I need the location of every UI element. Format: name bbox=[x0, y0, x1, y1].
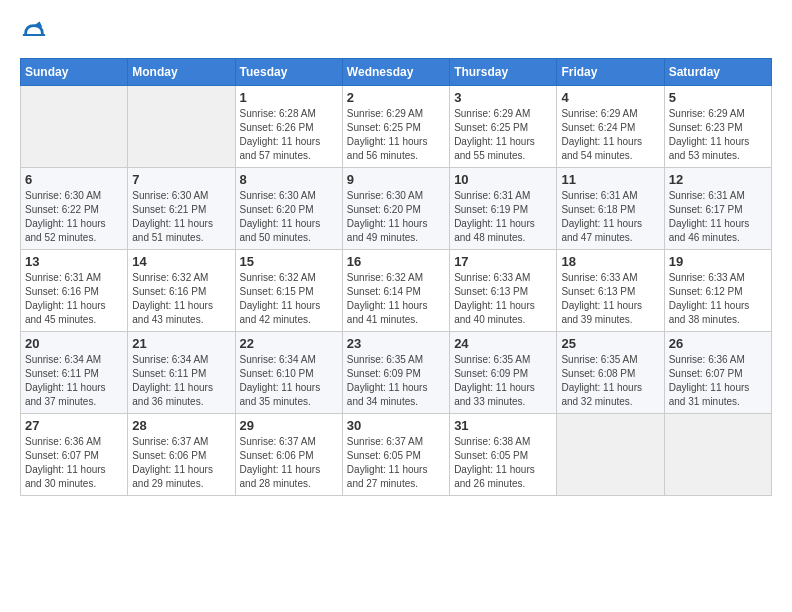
day-number: 15 bbox=[240, 254, 338, 269]
day-info: Sunrise: 6:31 AM Sunset: 6:19 PM Dayligh… bbox=[454, 189, 552, 245]
calendar-cell: 5Sunrise: 6:29 AM Sunset: 6:23 PM Daylig… bbox=[664, 86, 771, 168]
calendar-cell: 30Sunrise: 6:37 AM Sunset: 6:05 PM Dayli… bbox=[342, 414, 449, 496]
calendar-week-row: 27Sunrise: 6:36 AM Sunset: 6:07 PM Dayli… bbox=[21, 414, 772, 496]
calendar-cell: 7Sunrise: 6:30 AM Sunset: 6:21 PM Daylig… bbox=[128, 168, 235, 250]
day-info: Sunrise: 6:35 AM Sunset: 6:09 PM Dayligh… bbox=[347, 353, 445, 409]
day-number: 18 bbox=[561, 254, 659, 269]
calendar-cell bbox=[128, 86, 235, 168]
svg-rect-0 bbox=[23, 34, 45, 36]
day-info: Sunrise: 6:33 AM Sunset: 6:12 PM Dayligh… bbox=[669, 271, 767, 327]
day-info: Sunrise: 6:29 AM Sunset: 6:25 PM Dayligh… bbox=[347, 107, 445, 163]
day-number: 14 bbox=[132, 254, 230, 269]
calendar-cell: 2Sunrise: 6:29 AM Sunset: 6:25 PM Daylig… bbox=[342, 86, 449, 168]
calendar-cell: 3Sunrise: 6:29 AM Sunset: 6:25 PM Daylig… bbox=[450, 86, 557, 168]
day-number: 26 bbox=[669, 336, 767, 351]
day-info: Sunrise: 6:32 AM Sunset: 6:14 PM Dayligh… bbox=[347, 271, 445, 327]
day-number: 28 bbox=[132, 418, 230, 433]
calendar-cell: 14Sunrise: 6:32 AM Sunset: 6:16 PM Dayli… bbox=[128, 250, 235, 332]
day-number: 5 bbox=[669, 90, 767, 105]
day-info: Sunrise: 6:29 AM Sunset: 6:25 PM Dayligh… bbox=[454, 107, 552, 163]
day-number: 24 bbox=[454, 336, 552, 351]
day-info: Sunrise: 6:29 AM Sunset: 6:24 PM Dayligh… bbox=[561, 107, 659, 163]
logo bbox=[20, 20, 52, 48]
day-number: 11 bbox=[561, 172, 659, 187]
calendar-cell: 22Sunrise: 6:34 AM Sunset: 6:10 PM Dayli… bbox=[235, 332, 342, 414]
calendar-cell: 27Sunrise: 6:36 AM Sunset: 6:07 PM Dayli… bbox=[21, 414, 128, 496]
day-number: 20 bbox=[25, 336, 123, 351]
day-info: Sunrise: 6:31 AM Sunset: 6:18 PM Dayligh… bbox=[561, 189, 659, 245]
day-number: 10 bbox=[454, 172, 552, 187]
day-info: Sunrise: 6:30 AM Sunset: 6:20 PM Dayligh… bbox=[240, 189, 338, 245]
day-number: 22 bbox=[240, 336, 338, 351]
day-number: 8 bbox=[240, 172, 338, 187]
day-number: 19 bbox=[669, 254, 767, 269]
calendar-header-row: SundayMondayTuesdayWednesdayThursdayFrid… bbox=[21, 59, 772, 86]
day-number: 3 bbox=[454, 90, 552, 105]
calendar-cell: 29Sunrise: 6:37 AM Sunset: 6:06 PM Dayli… bbox=[235, 414, 342, 496]
calendar-cell: 20Sunrise: 6:34 AM Sunset: 6:11 PM Dayli… bbox=[21, 332, 128, 414]
calendar-cell: 31Sunrise: 6:38 AM Sunset: 6:05 PM Dayli… bbox=[450, 414, 557, 496]
calendar-cell: 11Sunrise: 6:31 AM Sunset: 6:18 PM Dayli… bbox=[557, 168, 664, 250]
day-info: Sunrise: 6:36 AM Sunset: 6:07 PM Dayligh… bbox=[669, 353, 767, 409]
calendar-cell: 28Sunrise: 6:37 AM Sunset: 6:06 PM Dayli… bbox=[128, 414, 235, 496]
day-info: Sunrise: 6:34 AM Sunset: 6:10 PM Dayligh… bbox=[240, 353, 338, 409]
day-number: 16 bbox=[347, 254, 445, 269]
day-header-saturday: Saturday bbox=[664, 59, 771, 86]
calendar-cell: 17Sunrise: 6:33 AM Sunset: 6:13 PM Dayli… bbox=[450, 250, 557, 332]
calendar-cell: 1Sunrise: 6:28 AM Sunset: 6:26 PM Daylig… bbox=[235, 86, 342, 168]
day-info: Sunrise: 6:37 AM Sunset: 6:06 PM Dayligh… bbox=[132, 435, 230, 491]
day-info: Sunrise: 6:32 AM Sunset: 6:16 PM Dayligh… bbox=[132, 271, 230, 327]
day-info: Sunrise: 6:34 AM Sunset: 6:11 PM Dayligh… bbox=[25, 353, 123, 409]
day-header-wednesday: Wednesday bbox=[342, 59, 449, 86]
day-number: 2 bbox=[347, 90, 445, 105]
day-number: 30 bbox=[347, 418, 445, 433]
day-number: 13 bbox=[25, 254, 123, 269]
calendar-cell: 8Sunrise: 6:30 AM Sunset: 6:20 PM Daylig… bbox=[235, 168, 342, 250]
day-info: Sunrise: 6:34 AM Sunset: 6:11 PM Dayligh… bbox=[132, 353, 230, 409]
day-header-monday: Monday bbox=[128, 59, 235, 86]
day-header-sunday: Sunday bbox=[21, 59, 128, 86]
page-header bbox=[20, 20, 772, 48]
day-number: 9 bbox=[347, 172, 445, 187]
calendar-cell: 24Sunrise: 6:35 AM Sunset: 6:09 PM Dayli… bbox=[450, 332, 557, 414]
day-number: 4 bbox=[561, 90, 659, 105]
calendar-week-row: 13Sunrise: 6:31 AM Sunset: 6:16 PM Dayli… bbox=[21, 250, 772, 332]
day-number: 6 bbox=[25, 172, 123, 187]
day-number: 31 bbox=[454, 418, 552, 433]
calendar-table: SundayMondayTuesdayWednesdayThursdayFrid… bbox=[20, 58, 772, 496]
calendar-cell: 4Sunrise: 6:29 AM Sunset: 6:24 PM Daylig… bbox=[557, 86, 664, 168]
calendar-week-row: 20Sunrise: 6:34 AM Sunset: 6:11 PM Dayli… bbox=[21, 332, 772, 414]
day-info: Sunrise: 6:30 AM Sunset: 6:22 PM Dayligh… bbox=[25, 189, 123, 245]
day-info: Sunrise: 6:35 AM Sunset: 6:09 PM Dayligh… bbox=[454, 353, 552, 409]
day-header-tuesday: Tuesday bbox=[235, 59, 342, 86]
calendar-cell: 13Sunrise: 6:31 AM Sunset: 6:16 PM Dayli… bbox=[21, 250, 128, 332]
calendar-cell bbox=[21, 86, 128, 168]
day-info: Sunrise: 6:33 AM Sunset: 6:13 PM Dayligh… bbox=[454, 271, 552, 327]
day-info: Sunrise: 6:38 AM Sunset: 6:05 PM Dayligh… bbox=[454, 435, 552, 491]
day-info: Sunrise: 6:33 AM Sunset: 6:13 PM Dayligh… bbox=[561, 271, 659, 327]
calendar-cell: 6Sunrise: 6:30 AM Sunset: 6:22 PM Daylig… bbox=[21, 168, 128, 250]
calendar-cell: 23Sunrise: 6:35 AM Sunset: 6:09 PM Dayli… bbox=[342, 332, 449, 414]
day-number: 23 bbox=[347, 336, 445, 351]
day-info: Sunrise: 6:30 AM Sunset: 6:21 PM Dayligh… bbox=[132, 189, 230, 245]
day-header-friday: Friday bbox=[557, 59, 664, 86]
day-info: Sunrise: 6:35 AM Sunset: 6:08 PM Dayligh… bbox=[561, 353, 659, 409]
day-info: Sunrise: 6:31 AM Sunset: 6:17 PM Dayligh… bbox=[669, 189, 767, 245]
day-header-thursday: Thursday bbox=[450, 59, 557, 86]
day-info: Sunrise: 6:31 AM Sunset: 6:16 PM Dayligh… bbox=[25, 271, 123, 327]
calendar-cell: 26Sunrise: 6:36 AM Sunset: 6:07 PM Dayli… bbox=[664, 332, 771, 414]
calendar-cell: 12Sunrise: 6:31 AM Sunset: 6:17 PM Dayli… bbox=[664, 168, 771, 250]
day-number: 27 bbox=[25, 418, 123, 433]
day-info: Sunrise: 6:28 AM Sunset: 6:26 PM Dayligh… bbox=[240, 107, 338, 163]
day-number: 29 bbox=[240, 418, 338, 433]
day-info: Sunrise: 6:30 AM Sunset: 6:20 PM Dayligh… bbox=[347, 189, 445, 245]
day-info: Sunrise: 6:36 AM Sunset: 6:07 PM Dayligh… bbox=[25, 435, 123, 491]
day-info: Sunrise: 6:32 AM Sunset: 6:15 PM Dayligh… bbox=[240, 271, 338, 327]
calendar-week-row: 6Sunrise: 6:30 AM Sunset: 6:22 PM Daylig… bbox=[21, 168, 772, 250]
day-number: 17 bbox=[454, 254, 552, 269]
calendar-cell bbox=[664, 414, 771, 496]
day-number: 21 bbox=[132, 336, 230, 351]
day-number: 7 bbox=[132, 172, 230, 187]
day-number: 1 bbox=[240, 90, 338, 105]
day-number: 25 bbox=[561, 336, 659, 351]
